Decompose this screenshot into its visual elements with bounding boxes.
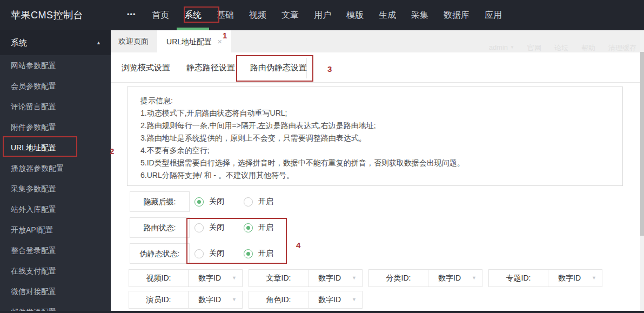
app-title: 苹果CMS控制台 xyxy=(11,0,83,30)
id-field-group: 视频ID:数字ID▼ xyxy=(129,269,243,287)
topbar-nav-item[interactable]: 模版 xyxy=(339,0,371,30)
user-link[interactable]: 帮助 xyxy=(581,43,595,53)
radio-option[interactable]: 开启 xyxy=(244,217,273,238)
sidebar: 系统 ▲ 网站参数配置会员参数配置评论留言配置附件参数配置URL地址配置播放器参… xyxy=(0,30,111,313)
radio-label: 开启 xyxy=(258,249,273,258)
id-type-select[interactable]: 数字ID▼ xyxy=(308,291,363,309)
radio-icon xyxy=(194,223,204,232)
id-field-group: 专题ID:数字ID▼ xyxy=(488,269,602,287)
user-link[interactable]: 官网 xyxy=(527,43,541,53)
subnav-tab[interactable]: 路由伪静态设置 xyxy=(250,52,307,82)
radio-option[interactable]: 关闭 xyxy=(194,191,224,212)
sidebar-item[interactable]: 站外入库配置 xyxy=(0,199,111,219)
id-field-group: 文章ID:数字ID▼ xyxy=(249,269,363,287)
close-icon[interactable]: × xyxy=(217,37,222,46)
form-row: 隐藏后缀:关闭开启 xyxy=(111,191,532,212)
id-type-select[interactable]: 数字ID▼ xyxy=(428,269,482,287)
sidebar-item[interactable]: 会员参数配置 xyxy=(0,76,111,96)
topbar-nav-item[interactable]: 用户 xyxy=(306,0,339,30)
id-type-select[interactable]: 数字ID▼ xyxy=(189,269,243,287)
sidebar-menu: 网站参数配置会员参数配置评论留言配置附件参数配置URL地址配置播放器参数配置采集… xyxy=(0,55,111,313)
sidebar-item[interactable]: 播放器参数配置 xyxy=(0,158,111,178)
id-field-label: 文章ID: xyxy=(249,269,308,287)
subnav-tab[interactable]: 静态路径设置 xyxy=(186,52,235,82)
topbar-nav-item[interactable]: 系统 xyxy=(177,0,209,30)
id-field-group: 分类ID:数字ID▼ xyxy=(368,269,482,287)
topbar-nav: 首页系统基础视频文章用户模版生成采集数据库应用 xyxy=(144,0,509,30)
sidebar-item[interactable]: 评论留言配置 xyxy=(0,96,111,117)
radio-label: 关闭 xyxy=(209,197,224,207)
topbar-nav-item[interactable]: 首页 xyxy=(144,0,177,30)
radio-label: 关闭 xyxy=(209,249,224,258)
topbar-nav-item[interactable]: 生成 xyxy=(371,0,404,30)
topbar-nav-item[interactable]: 采集 xyxy=(404,0,436,30)
info-line: 4.不要有多余的空行; xyxy=(140,144,609,157)
radio-icon xyxy=(244,197,253,207)
tab-label: URL地址配置 xyxy=(166,37,212,46)
radio-option[interactable]: 开启 xyxy=(244,243,273,264)
id-field-label: 角色ID: xyxy=(249,291,308,309)
form-label: 伪静态状态: xyxy=(130,243,190,264)
id-field-group: 角色ID:数字ID▼ xyxy=(249,291,363,309)
sidebar-item[interactable]: 采集参数配置 xyxy=(0,178,111,199)
radio-label: 关闭 xyxy=(209,223,224,232)
radio-label: 开启 xyxy=(258,223,273,232)
tab-strip: 欢迎页面 URL地址配置× admin▼官网论坛帮助清理缓存 xyxy=(111,30,644,52)
radio-option[interactable]: 开启 xyxy=(244,191,273,212)
radio-option[interactable]: 关闭 xyxy=(194,217,224,238)
sidebar-group-header[interactable]: 系统 ▲ xyxy=(0,30,111,55)
user-link[interactable]: admin▼ xyxy=(489,43,514,53)
info-line: 6.URL分隔符支持/ 和 - 。不建议用其他符号。 xyxy=(140,169,609,182)
main-content: 欢迎页面 URL地址配置× admin▼官网论坛帮助清理缓存 浏览模式设置静态路… xyxy=(111,30,644,313)
info-box: 提示信息: 1.动态模式下,开启路由状态将自动重写URL;2.路由规则每行一条,… xyxy=(127,86,623,186)
sidebar-item[interactable]: 整合登录配置 xyxy=(0,240,111,261)
sidebar-item[interactable]: 开放API配置 xyxy=(0,219,111,240)
form-label: 路由状态: xyxy=(130,217,190,238)
info-box-title: 提示信息: xyxy=(140,95,609,107)
user-links: admin▼官网论坛帮助清理缓存 xyxy=(489,43,636,53)
page: 苹果CMS控制台 ••• 首页系统基础视频文章用户模版生成采集数据库应用 系统 … xyxy=(0,0,644,313)
scrollbar-thumb[interactable] xyxy=(640,52,644,236)
topbar-nav-item[interactable]: 文章 xyxy=(274,0,306,30)
tab-url-config[interactable]: URL地址配置× xyxy=(157,30,231,52)
sidebar-item[interactable]: 附件参数配置 xyxy=(0,117,111,137)
topbar-nav-item[interactable]: 应用 xyxy=(477,0,509,30)
sidebar-item[interactable]: 网站参数配置 xyxy=(0,55,111,76)
subnav: 浏览模式设置静态路径设置路由伪静态设置 xyxy=(111,52,644,83)
tab-welcome[interactable]: 欢迎页面 xyxy=(111,30,156,52)
chevron-down-icon: ▼ xyxy=(510,45,514,50)
radio-icon xyxy=(244,249,253,258)
user-link[interactable]: 清理缓存 xyxy=(608,43,636,53)
topbar-nav-item[interactable]: 视频 xyxy=(242,0,274,30)
id-type-select[interactable]: 数字ID▼ xyxy=(189,291,243,309)
topbar-nav-item[interactable]: 基础 xyxy=(209,0,242,30)
chevron-down-icon: ▼ xyxy=(232,270,237,287)
id-field-label: 演员ID: xyxy=(129,291,189,309)
form-row: 伪静态状态:关闭开启 xyxy=(111,243,532,264)
more-menu-icon[interactable]: ••• xyxy=(127,0,136,29)
chevron-down-icon: ▼ xyxy=(232,291,237,308)
sidebar-item[interactable]: 微信对接配置 xyxy=(0,281,111,302)
radio-option[interactable]: 关闭 xyxy=(194,243,224,264)
bottom-strip xyxy=(0,311,644,313)
id-field-group: 演员ID:数字ID▼ xyxy=(129,291,243,309)
user-link[interactable]: 论坛 xyxy=(554,43,568,53)
topbar: 苹果CMS控制台 ••• 首页系统基础视频文章用户模版生成采集数据库应用 xyxy=(0,0,644,30)
info-line: 2.路由规则每行一条,中间用=>隔开,左边是路由表达式,右边是路由地址; xyxy=(140,119,609,132)
scrollbar[interactable] xyxy=(640,30,644,313)
chevron-down-icon: ▼ xyxy=(352,291,357,308)
id-type-select[interactable]: 数字ID▼ xyxy=(548,269,602,287)
sidebar-item[interactable]: URL地址配置 xyxy=(0,137,111,158)
topbar-nav-item[interactable]: 数据库 xyxy=(436,0,477,30)
radio-icon xyxy=(194,249,204,258)
sidebar-group-label: 系统 xyxy=(11,38,27,47)
radio-icon xyxy=(194,197,204,207)
sidebar-item[interactable]: 在线支付配置 xyxy=(0,261,111,281)
id-field-label: 专题ID: xyxy=(488,269,548,287)
subnav-tab[interactable]: 浏览模式设置 xyxy=(122,52,170,82)
tab-label: 欢迎页面 xyxy=(118,37,149,45)
chevron-down-icon: ▼ xyxy=(592,270,596,287)
id-type-select[interactable]: 数字ID▼ xyxy=(308,269,363,287)
radio-icon xyxy=(244,223,253,232)
chevron-down-icon: ▼ xyxy=(472,270,477,287)
